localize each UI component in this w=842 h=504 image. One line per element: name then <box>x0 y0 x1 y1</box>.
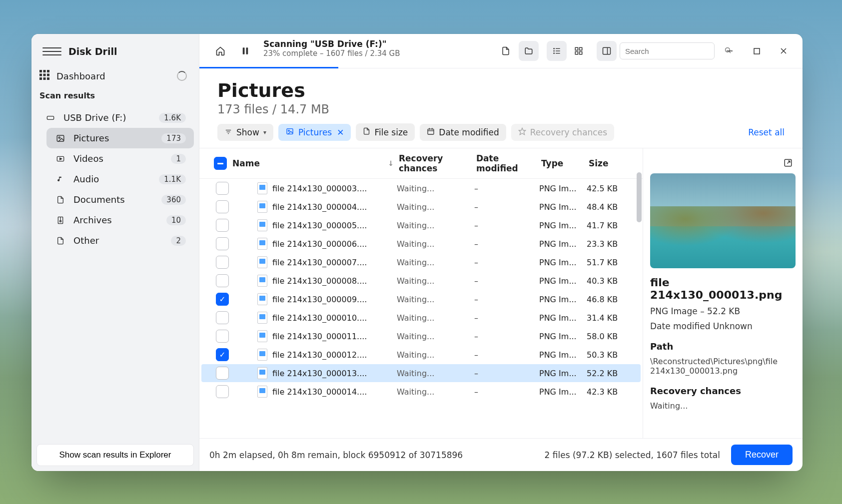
svg-point-12 <box>58 137 60 138</box>
cell-recovery: Waiting... <box>397 276 474 286</box>
svg-marker-14 <box>60 158 62 160</box>
filter-pictures[interactable]: Pictures ✕ <box>278 124 351 141</box>
chevron-down-icon: ▾ <box>263 129 266 136</box>
search-input[interactable] <box>625 47 720 55</box>
sidebar-icon <box>54 236 66 246</box>
col-type[interactable]: Type <box>541 158 589 168</box>
recover-button[interactable]: Recover <box>731 445 793 465</box>
row-checkbox[interactable] <box>216 256 229 269</box>
row-checkbox[interactable] <box>216 237 229 250</box>
cell-type: PNG Im... <box>539 239 587 249</box>
titlebar: Scanning "USB Drive (F:)" 23% complete –… <box>199 34 803 68</box>
scan-subtitle: 23% complete – 1607 files / 2.34 GB <box>263 49 400 58</box>
preview-pane-icon[interactable] <box>597 41 617 61</box>
folder-view-icon[interactable] <box>519 41 539 61</box>
app-title: Disk Drill <box>68 46 117 57</box>
maximize-button[interactable] <box>745 41 769 61</box>
row-checkbox[interactable]: ✓ <box>216 348 229 361</box>
svg-rect-21 <box>556 48 560 49</box>
minimize-button[interactable] <box>718 41 742 61</box>
filter-show[interactable]: Show ▾ <box>217 124 273 141</box>
sidebar-item-videos[interactable]: Videos 1 <box>46 148 194 169</box>
grid-view-icon[interactable] <box>569 41 589 61</box>
sidebar-icon <box>54 155 66 163</box>
cell-date: – <box>474 350 539 360</box>
preview-panel: file 214x130_000013.png PNG Image – 52.2… <box>643 148 803 438</box>
row-checkbox[interactable] <box>216 311 229 324</box>
cell-type: PNG Im... <box>539 313 587 323</box>
table-row[interactable]: file 214x130_000011.... Waiting... – PNG… <box>201 327 641 345</box>
table-row[interactable]: file 214x130_000003.... Waiting... – PNG… <box>201 179 641 197</box>
svg-rect-28 <box>575 52 578 54</box>
table-row[interactable]: file 214x130_000008.... Waiting... – PNG… <box>201 272 641 290</box>
cell-date: – <box>474 295 539 304</box>
row-checkbox[interactable] <box>216 330 229 343</box>
file-icon <box>363 127 370 137</box>
pause-icon[interactable] <box>235 41 255 61</box>
sidebar-item-other[interactable]: Other 2 <box>46 230 194 251</box>
preview-date: Date modified Unknown <box>650 321 796 331</box>
cell-size: 52.2 KB <box>587 369 632 378</box>
filter-file-size[interactable]: File size <box>356 123 415 141</box>
search-box[interactable] <box>620 42 715 59</box>
file-view-icon[interactable] <box>496 41 516 61</box>
show-in-explorer-button[interactable]: Show scan results in Explorer <box>36 444 194 466</box>
table-row[interactable]: file 214x130_000006.... Waiting... – PNG… <box>201 235 641 253</box>
cell-type: PNG Im... <box>539 184 587 193</box>
sidebar-item-archives[interactable]: Archives 10 <box>46 210 194 230</box>
sidebar-item-dashboard[interactable]: Dashboard <box>31 67 199 85</box>
table-row[interactable]: file 214x130_000013.... Waiting... – PNG… <box>201 364 641 382</box>
close-icon[interactable]: ✕ <box>337 127 344 137</box>
row-checkbox[interactable] <box>216 219 229 232</box>
sidebar-item-pictures[interactable]: Pictures 173 <box>46 128 194 148</box>
table-row[interactable]: file 214x130_000007.... Waiting... – PNG… <box>201 253 641 271</box>
filter-date-modified[interactable]: Date modified <box>420 124 506 141</box>
row-checkbox[interactable]: ✓ <box>216 293 229 306</box>
select-all-checkbox[interactable] <box>214 157 227 170</box>
row-checkbox[interactable] <box>216 367 229 380</box>
col-name[interactable]: Name <box>232 158 260 168</box>
filter-recovery-chances: Recovery chances <box>511 124 614 141</box>
table-body[interactable]: file 214x130_000003.... Waiting... – PNG… <box>199 179 643 438</box>
table-row[interactable]: file 214x130_000005.... Waiting... – PNG… <box>201 216 641 234</box>
table-row[interactable]: file 214x130_000010.... Waiting... – PNG… <box>201 309 641 327</box>
cell-recovery: Waiting... <box>397 369 474 378</box>
row-checkbox[interactable] <box>216 200 229 213</box>
menu-icon[interactable] <box>42 43 61 60</box>
reset-all-link[interactable]: Reset all <box>748 127 785 137</box>
row-checkbox[interactable] <box>216 274 229 287</box>
cell-recovery: Waiting... <box>397 332 474 341</box>
page-title: Pictures <box>217 79 785 101</box>
footer: 0h 2m elapsed, 0h 8m remain, block 69509… <box>199 438 803 471</box>
table-row[interactable]: ✓ file 214x130_000012.... Waiting... – P… <box>201 346 641 364</box>
spinner-icon <box>177 71 187 81</box>
col-recovery[interactable]: Recovery chances <box>399 153 476 173</box>
svg-rect-27 <box>580 47 582 50</box>
cell-recovery: Waiting... <box>397 387 474 397</box>
sidebar-item-badge: 1.6K <box>159 113 186 123</box>
popout-icon[interactable] <box>781 155 796 170</box>
svg-rect-29 <box>580 52 582 54</box>
preview-meta: PNG Image – 52.2 KB <box>650 306 796 316</box>
sidebar-item-usb-drive-f-[interactable]: USB Drive (F:) 1.6K <box>36 107 194 128</box>
sidebar-item-audio[interactable]: Audio 1.1K <box>46 169 194 189</box>
close-button[interactable] <box>772 41 796 61</box>
sidebar: Disk Drill Dashboard Scan results USB Dr… <box>31 34 199 471</box>
col-size[interactable]: Size <box>589 158 634 168</box>
sidebar-item-documents[interactable]: Documents 360 <box>46 189 194 210</box>
table-row[interactable]: file 214x130_000014.... Waiting... – PNG… <box>201 383 641 401</box>
scrollbar-thumb[interactable] <box>637 172 642 222</box>
table-row[interactable]: ✓ file 214x130_000009.... Waiting... – P… <box>201 290 641 308</box>
svg-rect-2 <box>47 70 49 72</box>
row-checkbox[interactable] <box>216 182 229 195</box>
preview-recovery: Waiting... <box>650 401 796 411</box>
table-row[interactable]: file 214x130_000004.... Waiting... – PNG… <box>201 198 641 216</box>
col-date[interactable]: Date modified <box>476 153 541 173</box>
svg-rect-9 <box>47 116 53 119</box>
svg-rect-1 <box>43 70 46 72</box>
svg-rect-0 <box>39 70 42 72</box>
file-name: file 214x130_000007.... <box>272 258 367 267</box>
row-checkbox[interactable] <box>216 385 229 398</box>
list-view-icon[interactable] <box>547 41 567 61</box>
home-icon[interactable] <box>210 41 230 61</box>
